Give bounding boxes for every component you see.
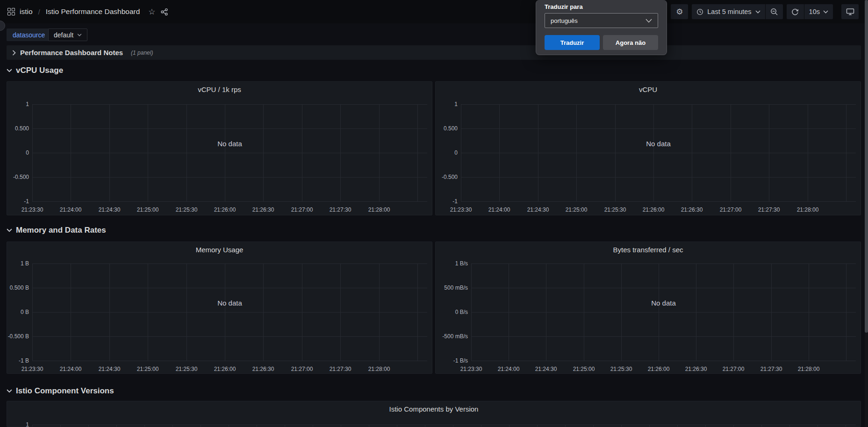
datasource-variable-value[interactable]: default bbox=[48, 28, 87, 41]
translate-language-select[interactable]: português bbox=[545, 13, 658, 28]
gridline-vertical bbox=[761, 425, 762, 427]
translate-language-value: português bbox=[551, 17, 578, 24]
gridline-vertical bbox=[148, 104, 148, 201]
star-icon[interactable]: ☆ bbox=[148, 8, 155, 16]
panel-title[interactable]: Memory Usage bbox=[7, 246, 432, 254]
x-axis-tick-label: 21:25:30 bbox=[176, 366, 198, 372]
translate-dismiss-button[interactable]: Agora não bbox=[603, 35, 658, 50]
x-axis-tick-label: 21:24:30 bbox=[99, 366, 121, 372]
gridline-vertical bbox=[263, 104, 264, 201]
y-axis-tick-label: -1 bbox=[7, 198, 29, 205]
gridline-vertical bbox=[509, 263, 509, 361]
refresh-button[interactable] bbox=[787, 4, 804, 19]
gridline-vertical bbox=[285, 425, 285, 427]
gridline-vertical bbox=[417, 104, 418, 201]
section-title: Istio Component Versions bbox=[16, 386, 114, 396]
x-axis-tick-label: 21:25:30 bbox=[604, 206, 626, 213]
gridline-horizontal bbox=[471, 336, 856, 337]
refresh-interval-label: 10s bbox=[809, 8, 820, 15]
time-range-group: Last 5 minutes bbox=[692, 4, 782, 19]
x-axis-tick-label: 21:28:00 bbox=[368, 366, 390, 372]
row-performance-dashboard-notes[interactable]: Performance Dashboard Notes (1 panel) bbox=[7, 45, 861, 60]
chevron-down-icon bbox=[755, 10, 760, 14]
scrollbar-thumb[interactable] bbox=[865, 0, 868, 333]
gridline-vertical bbox=[593, 425, 594, 427]
gridline-vertical bbox=[397, 425, 397, 427]
y-axis-tick-label: 0 bbox=[7, 149, 29, 156]
breadcrumb-dashboard-title[interactable]: Istio Performance Dashboard bbox=[46, 7, 140, 16]
x-axis-tick-label: 21:27:00 bbox=[720, 206, 742, 213]
x-axis-tick-label: 21:23:30 bbox=[22, 366, 43, 372]
gridline-vertical bbox=[187, 104, 187, 201]
dashboard-settings-button[interactable]: ⚙ bbox=[671, 4, 688, 19]
no-data-message: No data bbox=[217, 140, 242, 148]
gridline-vertical bbox=[731, 104, 731, 201]
chevron-down-icon bbox=[7, 69, 12, 72]
magnifier-minus-icon bbox=[770, 8, 778, 16]
gridline-vertical bbox=[71, 104, 71, 201]
panel-vcpu-rps: vCPU / 1k rps10.5000-0.500-121:23:3021:2… bbox=[7, 81, 432, 215]
gridline-vertical bbox=[225, 263, 225, 361]
panel-title[interactable]: vCPU bbox=[436, 85, 861, 93]
x-axis-tick-label: 21:25:30 bbox=[610, 366, 632, 372]
zoom-out-time-button[interactable] bbox=[766, 4, 783, 19]
x-axis-tick-label: 21:24:30 bbox=[99, 206, 121, 213]
gridline-vertical bbox=[649, 425, 650, 427]
gridline-vertical bbox=[621, 425, 622, 427]
time-range-picker[interactable]: Last 5 minutes bbox=[692, 4, 765, 19]
gridline-vertical bbox=[302, 104, 302, 201]
x-axis-tick-label: 21:25:00 bbox=[573, 366, 595, 372]
breadcrumb-folder[interactable]: istio bbox=[20, 7, 33, 16]
panel-memory: Memory Usage1 B0.500 B0 B-0.500 B-1 B21:… bbox=[7, 242, 432, 374]
gridline-horizontal bbox=[32, 425, 856, 425]
translate-accept-button[interactable]: Traduzir bbox=[545, 35, 600, 50]
gridline-vertical bbox=[771, 263, 772, 361]
gridline-vertical bbox=[32, 104, 33, 201]
gridline-vertical bbox=[60, 425, 61, 427]
gridline-vertical bbox=[109, 104, 110, 201]
y-axis-tick-label: -0.500 bbox=[7, 174, 29, 180]
section-vcpu-usage[interactable]: vCPU Usage bbox=[7, 66, 63, 75]
tv-mode-button[interactable] bbox=[841, 4, 859, 19]
datasource-variable-label[interactable]: datasource bbox=[7, 28, 51, 41]
x-axis-tick-label: 21:24:00 bbox=[60, 206, 82, 213]
y-axis-tick-label: 0 B bbox=[7, 309, 29, 315]
y-axis-tick-label: -1 B/s bbox=[436, 357, 468, 364]
gridline-vertical bbox=[187, 263, 187, 361]
y-axis-tick-label: -1 B bbox=[7, 357, 29, 364]
row-panel-count: (1 panel) bbox=[131, 50, 153, 56]
gear-icon: ⚙ bbox=[676, 8, 683, 16]
panel-title[interactable]: vCPU / 1k rps bbox=[7, 85, 432, 93]
gridline-vertical bbox=[88, 425, 89, 427]
gridline-vertical bbox=[481, 425, 481, 427]
gridline-vertical bbox=[417, 263, 418, 361]
no-data-message: No data bbox=[651, 299, 676, 307]
refresh-group: 10s bbox=[787, 4, 833, 19]
y-axis-tick-label: 1 bbox=[7, 101, 29, 107]
gridline-vertical bbox=[538, 104, 538, 201]
gridline-vertical bbox=[461, 104, 461, 201]
refresh-interval-picker[interactable]: 10s bbox=[804, 4, 833, 19]
gridline-vertical bbox=[144, 425, 145, 427]
x-axis-tick-label: 21:27:30 bbox=[760, 366, 782, 372]
x-axis-tick-label: 21:25:00 bbox=[566, 206, 588, 213]
gridline-vertical bbox=[615, 104, 616, 201]
panel-title[interactable]: Istio Components by Version bbox=[7, 405, 861, 413]
gridline-vertical bbox=[369, 425, 369, 427]
section-memory-and-data-rates[interactable]: Memory and Data Rates bbox=[7, 226, 106, 235]
panel-title[interactable]: Bytes transferred / sec bbox=[436, 246, 861, 254]
vertical-scrollbar[interactable] bbox=[865, 0, 868, 427]
x-axis-tick-label: 21:24:30 bbox=[535, 366, 557, 372]
x-axis-tick-label: 21:27:00 bbox=[291, 206, 313, 213]
section-istio-component-versions[interactable]: Istio Component Versions bbox=[7, 386, 114, 396]
chevron-down-icon bbox=[646, 19, 652, 23]
gridline-horizontal bbox=[471, 312, 856, 313]
gridline-vertical bbox=[621, 263, 622, 361]
translate-popup: Traduzir para português Traduzir Agora n… bbox=[536, 0, 667, 55]
gridline-vertical bbox=[425, 425, 425, 427]
apps-grid-icon[interactable] bbox=[7, 8, 15, 15]
share-icon[interactable] bbox=[160, 8, 168, 16]
gridline-vertical bbox=[818, 425, 818, 427]
gridline-vertical bbox=[229, 425, 229, 427]
gridline-vertical bbox=[808, 104, 808, 201]
